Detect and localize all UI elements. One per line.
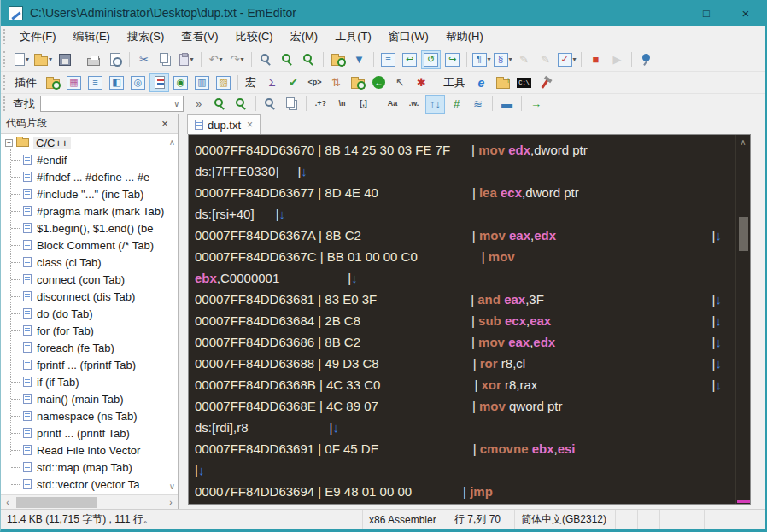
plugin-word-complete-button[interactable]: ◧ — [107, 73, 126, 92]
menu-item-0[interactable]: 文件(F) — [11, 27, 65, 45]
plugin-search-button[interactable]: ◎ — [128, 73, 148, 92]
hscroll-thumb[interactable] — [16, 497, 97, 508]
wrap-by-page-button[interactable]: ↪ — [442, 50, 462, 69]
snippet-item[interactable]: printf ... (printf Tab) — [1, 424, 178, 441]
stamp-select-button[interactable]: ✎ — [536, 50, 555, 69]
menu-item-6[interactable]: 工具(T) — [326, 27, 380, 45]
snippet-item[interactable]: #endif — [1, 151, 178, 168]
find-input[interactable] — [40, 96, 184, 112]
print-button[interactable] — [84, 50, 103, 69]
find-next-button[interactable] — [278, 50, 297, 69]
find-next-button[interactable] — [210, 95, 230, 114]
paste-button[interactable]: ▾ — [177, 50, 196, 69]
stamp-button[interactable]: ✎ — [514, 50, 534, 69]
menu-item-4[interactable]: 比较(C) — [227, 27, 282, 45]
find-history-button[interactable] — [282, 95, 302, 114]
use-regex-button[interactable]: .+? — [311, 95, 331, 114]
plugin-outline-button[interactable]: ≡ — [85, 73, 105, 92]
document-filter-button[interactable]: ▼ — [349, 50, 369, 69]
tree-scroll-up-icon[interactable]: ∧ — [169, 137, 175, 147]
snippet-folder-root[interactable]: −C/C++ — [1, 134, 178, 151]
macro-html-tag-button[interactable]: <p> — [305, 73, 325, 92]
macro-sum-button[interactable]: Σ — [262, 73, 282, 92]
snippet-item[interactable]: connect (con Tab) — [1, 271, 178, 288]
editor-vertical-scrollbar[interactable]: ∧ — [735, 135, 750, 504]
inline-search-bar-button[interactable]: ▬ — [497, 95, 517, 114]
snippet-item[interactable]: #ifndef ... #define ... #e — [1, 168, 178, 185]
pin-button[interactable] — [636, 50, 656, 69]
close-button[interactable]: × — [726, 0, 765, 26]
wrap-by-window-button[interactable]: ↺ — [421, 50, 441, 69]
menu-item-2[interactable]: 搜索(S) — [119, 27, 173, 45]
tab-close-icon[interactable]: × — [247, 119, 253, 131]
toolbar-main-grip[interactable] — [3, 51, 8, 67]
snippet-item[interactable]: Block Comment (/* Tab) — [1, 237, 178, 254]
snippet-item[interactable]: class (cl Tab) — [1, 254, 178, 271]
editor-view[interactable]: 00007FF84DD63670 | 8B 14 25 30 03 FE 7F|… — [188, 134, 751, 505]
macro-back-button[interactable]: ← — [369, 73, 389, 92]
show-marks-button[interactable]: ¶▾ — [471, 50, 491, 69]
print-preview-button[interactable] — [105, 50, 125, 69]
find-previous-button[interactable] — [231, 95, 251, 114]
match-case-button[interactable]: Aa — [383, 95, 402, 114]
macro-find-folder-button[interactable] — [348, 73, 367, 92]
find-in-files-button[interactable] — [328, 50, 348, 69]
combo-dropdown-icon[interactable]: ∨ — [173, 100, 179, 108]
hscroll-left-icon[interactable]: ‹ — [1, 498, 15, 507]
tool-command-prompt-button[interactable]: C:\ — [514, 73, 534, 92]
search-up-down-button[interactable]: ↑↓ — [425, 95, 445, 114]
undo-button[interactable]: ↶▾ — [206, 50, 225, 69]
snippet-item[interactable]: disconnect (dis Tab) — [1, 288, 178, 305]
minimize-button[interactable]: – — [647, 0, 687, 26]
count-matches-button[interactable]: # — [447, 95, 466, 114]
filter-lines-button[interactable]: ≋ — [468, 95, 488, 114]
new-button[interactable]: ▾ — [12, 50, 32, 69]
hscroll-right-icon[interactable]: › — [164, 498, 178, 507]
special-characters-button[interactable]: §▾ — [493, 50, 512, 69]
wrap-none-button[interactable]: ≡ — [378, 50, 398, 69]
jump-next-button[interactable]: → — [526, 95, 546, 114]
tool-browser-button[interactable]: e — [471, 73, 491, 92]
snippets-close-button[interactable]: × — [157, 117, 173, 130]
macro-sort-button[interactable]: ⇅ — [326, 73, 346, 92]
menu-item-8[interactable]: 帮助(H) — [437, 27, 492, 45]
plugin-compare-button[interactable]: ▥ — [192, 73, 212, 92]
tool-customize-button[interactable] — [536, 73, 555, 92]
plugin-explorer-button[interactable] — [43, 73, 62, 92]
record-macro-button[interactable]: ■ — [586, 50, 606, 69]
findbar-grip[interactable] — [3, 96, 8, 110]
snippet-item[interactable]: Read File Into Vector — [1, 441, 178, 459]
tree-scroll-down-icon[interactable]: ∨ — [169, 482, 175, 491]
run-macro-button[interactable]: ▶ — [607, 50, 627, 69]
snippet-item[interactable]: do (do Tab) — [1, 305, 178, 322]
plugin-snippets-button[interactable] — [149, 73, 169, 92]
macro-select-ruler-button[interactable]: ↖ — [390, 73, 410, 92]
snippet-item[interactable]: $1.begin(), $1.end() (be — [1, 219, 178, 237]
snippet-item[interactable]: foreach (fe Tab) — [1, 339, 178, 356]
snippet-item[interactable]: #pragma mark (mark Tab) — [1, 202, 178, 219]
save-button[interactable] — [55, 50, 74, 69]
snippet-item[interactable]: if (if Tab) — [1, 373, 178, 390]
snippet-item[interactable]: main() (main Tab) — [1, 390, 178, 407]
menu-item-7[interactable]: 窗口(W) — [380, 27, 437, 45]
tool-open-folder-button[interactable] — [493, 73, 512, 92]
tab-dup-txt[interactable]: dup.txt × — [187, 114, 261, 134]
copy-button[interactable] — [155, 50, 175, 69]
editor-content[interactable]: 00007FF84DD63670 | 8B 14 25 30 03 FE 7F|… — [189, 135, 735, 504]
whole-word-button[interactable]: .w. — [404, 95, 424, 114]
number-range-button[interactable]: [,] — [354, 95, 373, 114]
macro-check-button[interactable]: ✔ — [284, 73, 303, 92]
find-button[interactable] — [256, 50, 276, 69]
collapse-icon[interactable]: − — [5, 139, 13, 147]
sidebar-horizontal-scrollbar[interactable]: ‹ › — [1, 494, 178, 509]
find-previous-button[interactable] — [299, 50, 319, 69]
scroll-up-icon[interactable]: ∧ — [736, 137, 750, 147]
menu-item-3[interactable]: 查看(V) — [173, 27, 226, 45]
snippet-item[interactable]: std::map (map Tab) — [1, 459, 178, 476]
use-escape-button[interactable]: \n — [332, 95, 352, 114]
macro-word-count-button[interactable]: ✱ — [412, 73, 431, 92]
plugin-html-bar-button[interactable]: ▦ — [64, 73, 84, 92]
menu-item-1[interactable]: 编辑(E) — [65, 27, 119, 45]
redo-button[interactable]: ↷▾ — [227, 50, 247, 69]
snippet-item[interactable]: for (for Tab) — [1, 322, 178, 339]
